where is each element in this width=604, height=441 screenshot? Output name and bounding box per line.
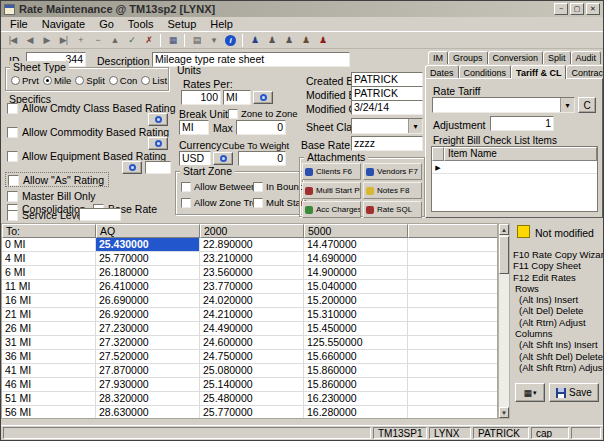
rate-grid-row[interactable]: 31 MI27.32000024.600000125.550000: [2, 336, 497, 350]
checkbox-icon[interactable]: [253, 198, 263, 208]
allow-zone-tree-checkbox[interactable]: Allow Zone Tree: [181, 197, 263, 208]
rate-grid-cell[interactable]: 24.210000: [200, 308, 304, 322]
rate-grid-cell[interactable]: 25.430000: [96, 238, 200, 252]
rate-grid-cell[interactable]: 11 MI: [2, 280, 96, 294]
chevron-down-icon[interactable]: ▾: [408, 119, 422, 133]
service-level-checkbox[interactable]: Service Level: [7, 209, 85, 221]
sheet-type-option-list[interactable]: List: [141, 75, 167, 86]
radio-icon[interactable]: [75, 76, 84, 85]
rate-grid-cell[interactable]: 23.210000: [200, 252, 304, 266]
rates-per-field[interactable]: 100: [181, 90, 221, 105]
rate-grid-row[interactable]: 56 MI28.63000025.77000016.280000: [2, 406, 497, 419]
rate-grid-cell[interactable]: 27.320000: [96, 336, 200, 350]
radio-icon[interactable]: [141, 76, 150, 85]
rate-grid-cell[interactable]: 25.080000: [200, 364, 304, 378]
rate-grid-cell[interactable]: 36 MI: [2, 350, 96, 364]
rate-grid[interactable]: To:AQ20005000 0 MI25.43000022.89000014.4…: [1, 223, 498, 419]
rate-grid-header-cell[interactable]: 5000: [304, 224, 408, 238]
rate-grid-cell[interactable]: 16.230000: [304, 392, 408, 406]
rate-grid-cell[interactable]: 31 MI: [2, 336, 96, 350]
checkbox-icon[interactable]: [253, 182, 263, 192]
base-rate-seq-field[interactable]: zzzz: [351, 136, 423, 151]
checkbox-icon[interactable]: [228, 109, 238, 119]
rate-grid-cell[interactable]: 26.920000: [96, 308, 200, 322]
checkbox-icon[interactable]: [8, 175, 19, 186]
rate-tariff-c-button[interactable]: C: [578, 97, 596, 113]
break-units-field[interactable]: MI: [179, 120, 209, 135]
scroll-up-icon[interactable]: ▲: [499, 224, 509, 235]
edit-record-button[interactable]: ▲: [106, 33, 123, 48]
equipment-lookup-button[interactable]: [122, 161, 142, 174]
next-record-button[interactable]: ▶: [38, 33, 55, 48]
rate-grid-cell[interactable]: 24.490000: [200, 322, 304, 336]
zone-to-zone-checkbox[interactable]: Zone to Zone: [228, 108, 298, 119]
rate-grid-cell[interactable]: 26.690000: [96, 294, 200, 308]
rate-grid-cell[interactable]: 27.930000: [96, 378, 200, 392]
rate-grid-cell[interactable]: 6 MI: [2, 266, 96, 280]
rate-grid-cell[interactable]: 28.630000: [96, 406, 200, 419]
vendors-button[interactable]: ♟: [263, 33, 280, 48]
rate-grid-cell[interactable]: 28.320000: [96, 392, 200, 406]
in-bound-checkbox[interactable]: In Bound: [253, 181, 304, 192]
scroll-down-icon[interactable]: ▼: [499, 407, 509, 418]
power-units-button[interactable]: ♟: [297, 33, 314, 48]
checklist-column-header[interactable]: Item Name: [444, 147, 597, 161]
rate-grid-cell[interactable]: 14.900000: [304, 266, 408, 280]
rate-grid-cell[interactable]: 51 MI: [2, 392, 96, 406]
rate-grid-row[interactable]: 51 MI28.32000025.48000016.230000: [2, 392, 497, 406]
save-button[interactable]: Save: [549, 383, 599, 402]
equipment-field[interactable]: [145, 161, 171, 174]
delete-record-button[interactable]: −: [89, 33, 106, 48]
currency-lookup-button[interactable]: [213, 152, 233, 165]
allow-between-checkbox[interactable]: Allow Between: [181, 181, 256, 192]
clients-button[interactable]: ♟: [246, 33, 263, 48]
rate-grid-row[interactable]: 6 MI26.18000023.56000014.900000: [2, 266, 497, 280]
rate-grid-row[interactable]: 26 MI27.23000024.49000015.450000: [2, 322, 497, 336]
master-bill-only-checkbox[interactable]: Master Bill Only: [7, 190, 96, 202]
rate-grid-cell[interactable]: 4 MI: [2, 252, 96, 266]
sheet-type-option-split[interactable]: Split: [75, 75, 104, 86]
grid-view-button[interactable]: ▦: [164, 33, 181, 48]
menu-item-setup[interactable]: Setup: [161, 17, 204, 31]
rate-grid-cell[interactable]: 24.600000: [200, 336, 304, 350]
rate-grid-row[interactable]: 11 MI26.41000023.77000015.040000: [2, 280, 497, 294]
scrollbar-thumb[interactable]: [499, 236, 509, 274]
first-record-button[interactable]: |◀: [4, 33, 21, 48]
menu-item-go[interactable]: Go: [92, 17, 121, 31]
carriers-button[interactable]: ♟: [314, 33, 331, 48]
rate-grid-cell[interactable]: 15.860000: [304, 364, 408, 378]
checkbox-icon[interactable]: [181, 182, 191, 192]
service-level-field[interactable]: [79, 208, 121, 221]
rate-grid-cell[interactable]: 14.690000: [304, 252, 408, 266]
prior-record-button[interactable]: ◀: [21, 33, 38, 48]
rate-grid-cell[interactable]: 125.550000: [304, 336, 408, 350]
sheet-type-option-prvt[interactable]: Prvt: [11, 75, 39, 86]
rate-grid-cell[interactable]: 27.520000: [96, 350, 200, 364]
checklist-row[interactable]: ▶: [432, 161, 597, 174]
rate-grid-cell[interactable]: 14.470000: [304, 238, 408, 252]
rate-grid-cell[interactable]: 0 MI: [2, 238, 96, 252]
rate-grid-cell[interactable]: 23.770000: [200, 280, 304, 294]
rate-grid-cell[interactable]: 16.280000: [304, 406, 408, 419]
rate-grid-row[interactable]: 16 MI26.69000024.02000015.200000: [2, 294, 497, 308]
checkbox-icon[interactable]: [7, 210, 18, 221]
menu-item-file[interactable]: File: [3, 17, 35, 31]
rate-grid-header-cell[interactable]: To:: [2, 224, 96, 238]
maximize-button[interactable]: ▢: [570, 3, 584, 15]
tab-dates[interactable]: Dates: [425, 65, 459, 79]
rate-grid-cell[interactable]: 15.660000: [304, 350, 408, 364]
rate-grid-cell[interactable]: 15.450000: [304, 322, 408, 336]
rate-grid-cell[interactable]: 15.040000: [304, 280, 408, 294]
minimize-button[interactable]: −: [554, 3, 568, 15]
menu-item-navigate[interactable]: Navigate: [35, 17, 92, 31]
rate-grid-row[interactable]: 36 MI27.52000024.75000015.660000: [2, 350, 497, 364]
checkbox-icon[interactable]: [181, 198, 191, 208]
sheet-type-option-mile[interactable]: Mile: [43, 75, 71, 86]
rate-grid-cell[interactable]: 21 MI: [2, 308, 96, 322]
attachment-button-multi-start-pts[interactable]: Multi Start Pts: [302, 182, 361, 199]
rate-grid-cell[interactable]: 25.770000: [96, 252, 200, 266]
cmdty-class-lookup-button[interactable]: [148, 113, 168, 126]
post-edit-button[interactable]: ✓: [123, 33, 140, 48]
close-button[interactable]: ✕: [586, 3, 600, 15]
menu-item-tools[interactable]: Tools: [121, 17, 161, 31]
